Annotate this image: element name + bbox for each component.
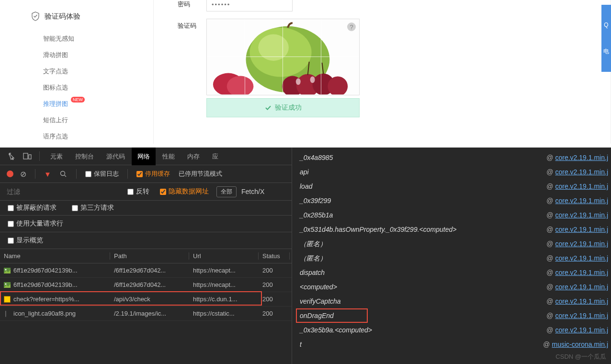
table-row[interactable]: |icon_light.ca90af8.png /2.19.1/images/i…	[0, 307, 292, 321]
svg-text:?: ?	[350, 23, 353, 31]
table-header: Name Path Url Status	[0, 249, 292, 263]
throttle-label[interactable]: 已停用节流模式	[179, 170, 222, 178]
sidebar-item-5[interactable]: 短信上行	[0, 112, 153, 128]
sidebar-title: 验证码体验	[0, 10, 153, 31]
sidebar-item-3[interactable]: 图标点选	[0, 80, 153, 96]
stack-frame[interactable]: _0x531d4b.hasOwnProperty._0x39f299.<comp…	[292, 222, 611, 237]
stack-frame[interactable]: onDragEnd@core.v2.19.1.min.j	[292, 308, 611, 323]
captcha-label: 验证码	[178, 19, 206, 30]
header-url[interactable]: Url	[189, 252, 259, 260]
stack-frame[interactable]: _0x285b1a@core.v2.19.1.min.j	[292, 208, 611, 222]
inspect-icon[interactable]	[8, 152, 16, 160]
tab-performance[interactable]: 性能	[157, 148, 181, 165]
stack-frame[interactable]: load@core.v2.19.1.min.j	[292, 179, 611, 193]
tab-console[interactable]: 控制台	[69, 148, 100, 165]
tab-network[interactable]: 网络	[132, 148, 156, 165]
header-path[interactable]: Path	[110, 252, 189, 260]
filter-row: 反转 隐藏数据网址 全部 Fetch/X	[0, 183, 292, 201]
stack-frame[interactable]: <computed>@core.v2.19.1.min.j	[292, 280, 611, 294]
sidebar-item-1[interactable]: 滑动拼图	[0, 47, 153, 63]
stack-frame[interactable]: _0x4a8985@core.v2.19.1.min.j	[292, 150, 611, 165]
password-input[interactable]	[206, 0, 293, 11]
svg-point-21	[5, 283, 7, 284]
hide-data-checkbox[interactable]: 隐藏数据网址	[160, 187, 209, 196]
image-file-icon	[4, 268, 11, 273]
svg-rect-14	[23, 153, 28, 159]
preserve-log[interactable]: 保留日志	[85, 170, 119, 178]
stack-frame[interactable]: _0x3e5b9a.<computed>@core.v2.19.1.min.j	[292, 323, 611, 337]
disable-cache[interactable]: 停用缓存	[136, 170, 170, 178]
svg-point-19	[5, 269, 7, 270]
form-area: 密码 验证码	[153, 0, 611, 144]
header-name[interactable]: Name	[0, 252, 110, 260]
devtools-tabs: 元素 控制台 源代码 网络 性能 内存 应	[0, 148, 292, 165]
device-icon[interactable]	[23, 152, 32, 160]
stack-frame[interactable]: verifyCaptcha@core.v2.19.1.min.j	[292, 294, 611, 308]
stack-frame[interactable]: t@music-corona.min.j	[292, 337, 611, 352]
thirdparty-checkbox[interactable]: 第三方请求	[72, 204, 114, 212]
captcha-container[interactable]: ? 验证成功	[206, 19, 360, 117]
stack-frame[interactable]: _0x39f299@core.v2.19.1.min.j	[292, 193, 611, 208]
blocked-checkbox[interactable]: 被屏蔽的请求	[8, 204, 57, 212]
stack-frame[interactable]: （匿名）@core.v2.19.1.min.j	[292, 251, 611, 265]
filter-input[interactable]	[5, 186, 120, 197]
network-toolbar: ⊘ ▼ 保留日志 停用缓存 已停用节流模式	[0, 165, 292, 183]
svg-point-16	[60, 171, 65, 176]
stack-frame[interactable]: dispatch@core.v2.19.1.min.j	[292, 265, 611, 280]
image-file-icon	[4, 282, 11, 288]
success-bar: 验证成功	[206, 98, 360, 117]
tab-elements[interactable]: 元素	[45, 148, 68, 165]
watermark: CSDN @一个瓜瓜	[555, 353, 606, 361]
network-table: Name Path Url Status 6ff1e29d67d042139b.…	[0, 249, 292, 364]
right-tab[interactable]: Q 电	[601, 5, 611, 72]
sidebar-item-0[interactable]: 智能无感知	[0, 31, 153, 47]
captcha-sidebar: 验证码体验 智能无感知 滑动拼图 文字点选 图标点选 推理拼图NEW 短信上行 …	[0, 0, 153, 144]
clear-button[interactable]: ⊘	[20, 170, 26, 179]
sidebar-item-6[interactable]: 语序点选	[0, 128, 153, 145]
new-badge: NEW	[71, 97, 85, 102]
tab-sources[interactable]: 源代码	[101, 148, 131, 165]
devtools: 元素 控制台 源代码 网络 性能 内存 应 ⊘ ▼ 保留日志 停用缓存 已停用节…	[0, 148, 611, 364]
table-row[interactable]: 6ff1e29d67d042139b... /6ff1e29d67d042...…	[0, 263, 292, 278]
callstack-panel: _0x4a8985@core.v2.19.1.min.j api@core.v2…	[292, 148, 611, 364]
search-icon[interactable]	[59, 170, 68, 178]
filter-icon[interactable]: ▼	[44, 170, 51, 178]
js-file-icon	[4, 296, 11, 303]
overview-checkbox[interactable]: 显示概览	[8, 236, 284, 245]
table-row[interactable]: check?referer=https%... /api/v3/check ht…	[0, 292, 292, 307]
stack-frame[interactable]: （匿名）@core.v2.19.1.min.j	[292, 237, 611, 251]
tab-memory[interactable]: 内存	[181, 148, 205, 165]
large-rows-checkbox[interactable]: 使用大量请求行	[8, 219, 284, 228]
stack-frame[interactable]: api@core.v2.19.1.min.j	[292, 165, 611, 179]
check-icon	[264, 104, 272, 112]
header-status[interactable]: Status	[259, 252, 290, 260]
password-label: 密码	[178, 0, 206, 9]
filter-all-button[interactable]: 全部	[216, 186, 237, 197]
shield-icon	[31, 11, 40, 21]
sidebar-item-4[interactable]: 推理拼图NEW	[0, 96, 153, 112]
invert-checkbox[interactable]: 反转	[127, 187, 149, 196]
sidebar-item-2[interactable]: 文字点选	[0, 63, 153, 80]
svg-line-17	[64, 175, 66, 177]
svg-rect-15	[29, 155, 31, 159]
filter-fetch[interactable]: Fetch/X	[241, 188, 264, 195]
table-row[interactable]: 6ff1e29d67d042139b... /6ff1e29d67d042...…	[0, 278, 292, 292]
help-icon[interactable]: ?	[347, 22, 356, 32]
tab-app[interactable]: 应	[206, 148, 224, 165]
record-button[interactable]	[7, 171, 13, 177]
